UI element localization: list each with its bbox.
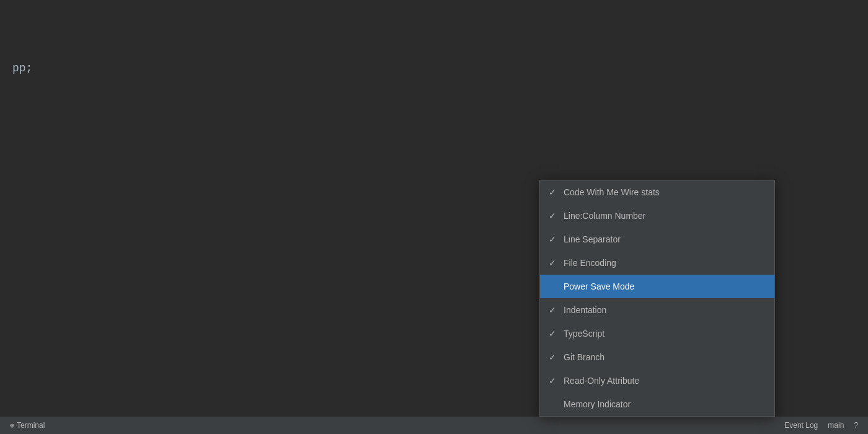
check-icon-indentation: ✓ xyxy=(547,305,557,315)
menu-item-typescript[interactable]: ✓TypeScript xyxy=(540,322,774,345)
check-icon-read-only: ✓ xyxy=(547,376,557,386)
menu-label-memory-indicator: Memory Indicator xyxy=(564,399,764,409)
menu-item-read-only[interactable]: ✓Read-Only Attribute xyxy=(540,369,774,392)
code-line: pp; xyxy=(12,62,32,74)
menu-item-line-separator[interactable]: ✓Line Separator xyxy=(540,228,774,251)
check-icon-line-separator: ✓ xyxy=(547,234,557,244)
menu-label-power-save: Power Save Mode xyxy=(564,281,764,291)
menu-label-typescript: TypeScript xyxy=(564,329,764,339)
menu-item-memory-indicator[interactable]: Memory Indicator xyxy=(540,392,774,416)
menu-label-file-encoding: File Encoding xyxy=(564,258,764,268)
branch-label: main xyxy=(828,421,844,430)
menu-label-code-with-me: Code With Me Wire stats xyxy=(564,187,764,197)
menu-item-git-branch[interactable]: ✓Git Branch xyxy=(540,345,774,369)
help-button[interactable]: ? xyxy=(849,421,863,430)
menu-label-read-only: Read-Only Attribute xyxy=(564,376,764,386)
menu-item-code-with-me[interactable]: ✓Code With Me Wire stats xyxy=(540,180,774,204)
event-log-label: Event Log xyxy=(784,421,818,430)
menu-item-line-column[interactable]: ✓Line:Column Number xyxy=(540,204,774,228)
terminal-icon: ⎈ xyxy=(10,421,14,430)
status-bar-context-menu: ✓Code With Me Wire stats✓Line:Column Num… xyxy=(539,180,775,417)
menu-item-power-save[interactable]: Power Save Mode xyxy=(540,275,774,298)
help-icon: ? xyxy=(854,421,858,430)
check-icon-code-with-me: ✓ xyxy=(547,187,557,197)
menu-label-line-column: Line:Column Number xyxy=(564,211,764,221)
menu-label-indentation: Indentation xyxy=(564,305,764,315)
check-icon-git-branch: ✓ xyxy=(547,352,557,362)
terminal-button[interactable]: ⎈ Terminal xyxy=(5,417,50,434)
status-bar: ⎈ Terminal Event Log main ? xyxy=(0,417,868,434)
status-bar-right: Event Log main ? xyxy=(779,421,863,430)
editor-area: pp; ✓Code With Me Wire stats✓Line:Column… xyxy=(0,0,868,434)
event-log-button[interactable]: Event Log xyxy=(779,421,823,430)
branch-button[interactable]: main xyxy=(823,421,849,430)
menu-label-line-separator: Line Separator xyxy=(564,234,764,244)
menu-item-file-encoding[interactable]: ✓File Encoding xyxy=(540,251,774,275)
check-icon-file-encoding: ✓ xyxy=(547,258,557,268)
terminal-label: Terminal xyxy=(17,421,45,430)
check-icon-line-column: ✓ xyxy=(547,211,557,221)
menu-item-indentation[interactable]: ✓Indentation xyxy=(540,298,774,322)
menu-label-git-branch: Git Branch xyxy=(564,352,764,362)
check-icon-typescript: ✓ xyxy=(547,329,557,339)
